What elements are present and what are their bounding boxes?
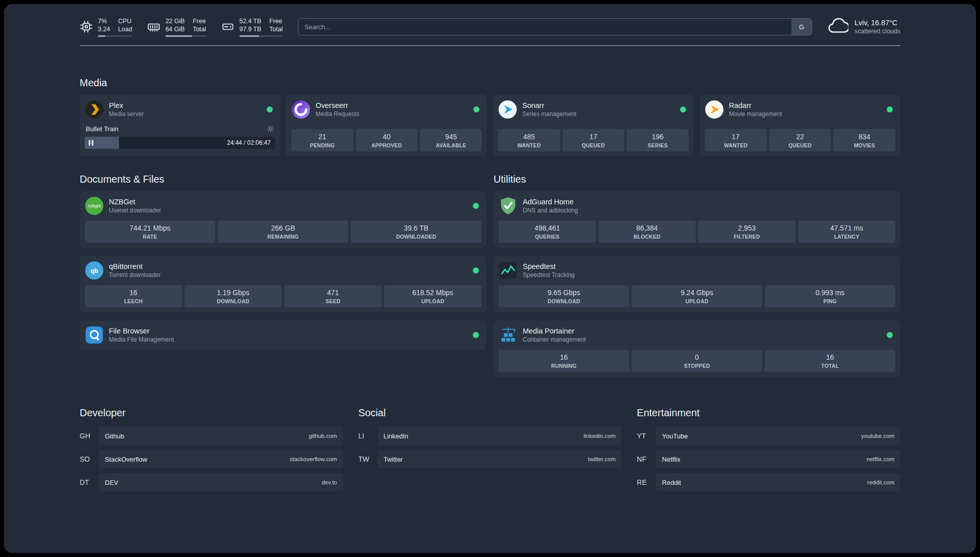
stat-value: 266 GB: [220, 224, 346, 232]
stat-box: 485WANTED: [498, 129, 560, 151]
stat-box: 16LEECH: [85, 285, 182, 307]
stat-value: 86,384: [600, 224, 694, 232]
stat-value: 0.993 ms: [767, 289, 893, 297]
service-card-adguard[interactable]: AdGuard Home DNS and adblocking 498,461Q…: [494, 191, 900, 248]
stat-box: 0STOPPED: [632, 350, 762, 372]
radarr-icon: [705, 100, 724, 119]
bookmark-abbr: SO: [80, 455, 99, 463]
search-provider-button[interactable]: G: [791, 19, 812, 35]
service-description: Media Requests: [316, 110, 359, 118]
service-name: File Browser: [109, 327, 174, 335]
stat-value: 945: [422, 133, 480, 141]
search-input[interactable]: [298, 19, 791, 35]
bookmark-linkedin[interactable]: LinkedIn linkedin.com: [378, 427, 622, 445]
bookmark-stackoverflow[interactable]: StackOverflow stackoverflow.com: [99, 450, 343, 468]
service-card-plex[interactable]: Plex Media server Bullet Train 24:44 / 0…: [80, 95, 280, 156]
stat-box: 9.24 GbpsUPLOAD: [632, 285, 762, 307]
stat-box: 1.19 GbpsDOWNLOAD: [185, 285, 282, 307]
service-name: NZBGet: [109, 198, 161, 206]
portainer-icon: [499, 325, 518, 345]
bookmark-netflix[interactable]: Netflix netflix.com: [656, 450, 900, 468]
bookmark-row: DT DEV dev.to: [80, 473, 343, 491]
bookmark-abbr: NF: [637, 455, 656, 463]
stat-value: 21: [293, 133, 351, 141]
service-card-nzbget[interactable]: nzbget NZBGet Usenet downloader 744.21 M…: [80, 191, 486, 248]
stat-value: 40: [358, 133, 416, 141]
stat-value: 16: [87, 289, 180, 297]
bookmark-group-developer: Developer GH Github github.com SO StackO…: [80, 407, 343, 496]
service-stats: 17WANTED 22QUEUED 834MOVIES: [705, 124, 895, 151]
stat-value: 485: [500, 133, 558, 141]
stat-box: 86,384BLOCKED: [598, 220, 696, 243]
service-card-sonarr[interactable]: Sonarr Series management 485WANTED 17QUE…: [493, 95, 694, 156]
service-stats: 485WANTED 17QUEUED 196SERIES: [498, 124, 689, 151]
memory-total-label: Total: [193, 25, 206, 33]
service-card-speedtest[interactable]: Speedtest Speedtest Tracking 9.65 GbpsDO…: [494, 256, 900, 312]
bookmark-abbr: LI: [358, 432, 378, 440]
service-name: Plex: [109, 101, 144, 109]
stat-label: UPLOAD: [634, 298, 760, 304]
cpu-load-label: Load: [118, 25, 132, 33]
service-description: Media server: [109, 110, 144, 118]
stat-label: PING: [767, 298, 893, 304]
service-stats: 9.65 GbpsDOWNLOAD 9.24 GbpsUPLOAD 0.993 …: [499, 285, 895, 307]
service-card-radarr[interactable]: Radarr Movie management 17WANTED 22QUEUE…: [700, 95, 900, 156]
stat-label: SEED: [286, 298, 380, 304]
stat-label: WANTED: [707, 142, 765, 148]
service-card-filebrowser[interactable]: File Browser Media File Management: [80, 320, 486, 350]
service-name: Speedtest: [523, 262, 575, 270]
section-title-utilities: Utilities: [494, 174, 900, 185]
service-stats: 16RUNNING 0STOPPED 16TOTAL: [499, 350, 895, 372]
cpu-usage-value: 7%: [98, 17, 110, 25]
bookmark-abbr: RE: [637, 478, 656, 486]
bookmark-twitter[interactable]: Twitter twitter.com: [378, 450, 622, 468]
stat-value: 2,953: [700, 224, 793, 232]
stat-value: 9.24 Gbps: [634, 289, 760, 297]
stat-box: 17WANTED: [705, 129, 767, 151]
service-description: Usenet downloader: [109, 207, 161, 214]
service-description: Series management: [522, 110, 576, 118]
sonarr-icon: [498, 100, 517, 119]
topbar-divider: [80, 45, 900, 46]
stat-label: MOVIES: [835, 142, 893, 148]
stat-box: 834MOVIES: [833, 129, 895, 151]
service-description: Speedtest Tracking: [523, 271, 575, 278]
weather-widget: Lviv, 16.87°C scattered clouds: [827, 16, 900, 37]
service-card-portainer[interactable]: Media Portainer Container management 16R…: [494, 320, 900, 377]
stat-value: 1.19 Gbps: [187, 289, 280, 297]
gear-icon[interactable]: [267, 125, 274, 133]
bookmark-label: Netflix: [662, 456, 680, 463]
bookmark-youtube[interactable]: YouTube youtube.com: [656, 427, 900, 445]
bookmark-row: LI LinkedIn linkedin.com: [358, 427, 622, 445]
service-card-qbittorrent[interactable]: qb qBittorrent Torrent downloader 16LEEC…: [80, 256, 486, 312]
playback-progress-bar[interactable]: 24:44 / 02:06:47: [85, 137, 275, 149]
stat-label: RUNNING: [501, 363, 627, 369]
plex-icon: [85, 100, 104, 119]
stat-value: 22: [771, 133, 829, 141]
stat-box: 40APPROVED: [356, 129, 418, 151]
disk-widget: 52.4 TB 97.9 TB Free Total: [221, 17, 283, 37]
service-card-overseerr[interactable]: Overseerr Media Requests 21PENDING 40APP…: [286, 95, 487, 156]
cloud-icon: [827, 16, 848, 37]
stat-label: STOPPED: [634, 363, 760, 369]
stat-box: 9.65 GbpsDOWNLOAD: [499, 285, 629, 307]
overseerr-icon: [291, 100, 311, 119]
bookmark-label: Twitter: [384, 456, 403, 463]
status-dot: [473, 267, 479, 273]
bookmark-reddit[interactable]: Reddit reddit.com: [656, 473, 900, 491]
cpu-label: CPU: [118, 17, 132, 25]
stat-box: 266 GBREMAINING: [218, 220, 348, 243]
memory-progress-bar: [165, 35, 206, 37]
bookmark-github[interactable]: Github github.com: [99, 427, 343, 445]
stat-label: DOWNLOAD: [187, 298, 280, 304]
memory-free-label: Free: [193, 17, 206, 25]
stat-box: 16TOTAL: [765, 350, 895, 372]
memory-free-value: 22 GiB: [165, 17, 185, 25]
cpu-widget: 7% 3.24 CPU Load: [80, 17, 132, 37]
service-name: Sonarr: [522, 101, 576, 109]
bookmark-dev[interactable]: DEV dev.to: [99, 473, 343, 491]
bookmark-abbr: GH: [80, 432, 99, 440]
pause-icon[interactable]: [89, 140, 93, 146]
stat-value: 0: [634, 353, 760, 361]
svg-text:nzbget: nzbget: [88, 203, 101, 208]
